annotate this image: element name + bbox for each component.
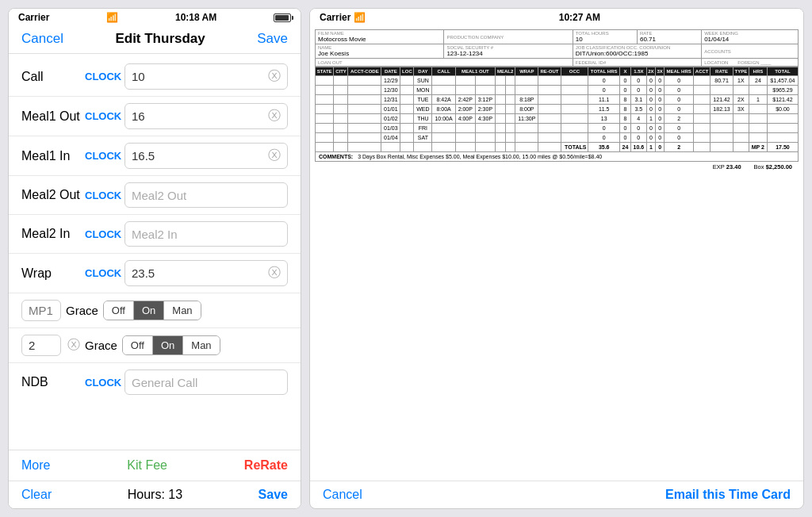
tc-footer: Cancel Email this Time Card xyxy=(310,481,803,508)
ndb-label: NDB xyxy=(21,375,85,389)
bottom-save-button[interactable]: Save xyxy=(259,488,288,502)
meal2out-input[interactable]: Meal2 Out xyxy=(124,182,288,208)
meal1in-clock-button[interactable]: CLOCK xyxy=(85,150,124,162)
mp2-grace-label: Grace xyxy=(85,339,117,352)
col-meal1: MEAL1 OUT xyxy=(455,67,495,76)
film-name: Motocross Movie xyxy=(318,36,441,43)
mp1-input[interactable] xyxy=(21,300,61,321)
col-state: STATE xyxy=(316,67,334,76)
mp2-off-button[interactable]: Off xyxy=(123,336,153,354)
meal1in-label: Meal1 In xyxy=(21,149,85,163)
mp1-man-button[interactable]: Man xyxy=(164,301,200,320)
ndb-input[interactable]: General Call xyxy=(124,370,288,395)
mp1-on-button[interactable]: On xyxy=(134,301,164,320)
status-time: 10:18 AM xyxy=(175,12,216,23)
rerate-button[interactable]: ReRate xyxy=(244,458,288,473)
wrap-row: Wrap CLOCK 23.5 ⓧ xyxy=(9,254,301,293)
meal1in-clear-icon[interactable]: ⓧ xyxy=(268,147,281,164)
carrier-label: Carrier xyxy=(18,12,49,23)
meal2out-clock-button[interactable]: CLOCK xyxy=(85,190,124,201)
call-value: 10 xyxy=(132,70,145,83)
meal2out-label: Meal2 Out xyxy=(21,188,85,202)
email-timecard-button[interactable]: Email this Time Card xyxy=(665,488,791,502)
meal2in-placeholder: Meal2 In xyxy=(132,228,178,241)
mp2-clear-icon[interactable]: ⓧ xyxy=(67,337,80,354)
table-row: 01/02THU 10:00A4:00P4:30P11:30P 1384102 xyxy=(316,114,799,124)
battery-icon xyxy=(274,13,291,22)
clear-button[interactable]: Clear xyxy=(21,488,52,502)
meal1in-input[interactable]: 16.5 ⓧ xyxy=(124,143,288,169)
meal2in-label: Meal2 In xyxy=(21,227,85,241)
mp1-off-button[interactable]: Off xyxy=(104,301,134,320)
meal1out-input[interactable]: 16 ⓧ xyxy=(124,103,288,129)
page-title: Edit Thursday xyxy=(115,31,205,47)
meal2in-clock-button[interactable]: CLOCK xyxy=(85,228,124,240)
kit-fee-button[interactable]: Kit Fee xyxy=(127,458,167,473)
col-wrap: WRAP xyxy=(515,67,538,76)
day-cell: SUN xyxy=(414,76,432,86)
col-loc: LOC xyxy=(400,67,414,76)
meal2in-input[interactable]: Meal2 In xyxy=(124,221,288,247)
right-status-bar: Carrier 📶 10:27 AM xyxy=(310,9,803,26)
wrap-clear-icon[interactable]: ⓧ xyxy=(268,265,281,281)
comments-label: COMMENTS: xyxy=(319,154,353,159)
job-class: DIT/Union:600/OCC:1985 xyxy=(576,50,699,57)
mp2-on-button[interactable]: On xyxy=(153,336,183,354)
hours-value: 13 xyxy=(168,488,182,501)
col-hrs: HRS xyxy=(749,67,767,76)
save-button[interactable]: Save xyxy=(257,31,288,47)
mp1-seg-control: Off On Man xyxy=(103,301,201,320)
rate: 60.71 xyxy=(640,36,699,43)
col-acct2: ACCT xyxy=(694,67,710,76)
comments-text: 3 Days Box Rental, Misc Expenses $5.00, … xyxy=(358,154,602,159)
meal2out-placeholder: Meal2 Out xyxy=(132,189,186,202)
wrap-label: Wrap xyxy=(21,266,85,281)
mp2-input[interactable] xyxy=(21,335,61,356)
wrap-value: 23.5 xyxy=(132,266,155,280)
meal1out-clear-icon[interactable]: ⓧ xyxy=(268,108,281,124)
tc-header-table: FILM NAME Motocross Movie PRODUCTION COM… xyxy=(315,29,799,67)
ndb-row: NDB CLOCK General Call xyxy=(9,363,301,401)
totals-row: TOTALS 35.62410.6102 MP 217.50 xyxy=(316,143,799,152)
tc-cancel-button[interactable]: Cancel xyxy=(323,488,362,502)
meal1out-clock-button[interactable]: CLOCK xyxy=(85,110,124,122)
col-15x: 1.5X xyxy=(630,67,646,76)
more-button[interactable]: More xyxy=(21,458,50,473)
meal1out-label: Meal1 Out xyxy=(21,109,85,124)
footer-row: More Kit Fee ReRate xyxy=(9,450,301,481)
timecard-content: FILM NAME Motocross Movie PRODUCTION COM… xyxy=(310,26,803,481)
call-row: Call CLOCK 10 ⓧ xyxy=(9,57,301,97)
ssn: 123-12-1234 xyxy=(446,50,569,57)
ndb-clock-button[interactable]: CLOCK xyxy=(85,377,124,389)
call-clock-button[interactable]: CLOCK xyxy=(85,71,124,82)
wrap-clock-button[interactable]: CLOCK xyxy=(85,267,124,279)
call-input[interactable]: 10 ⓧ xyxy=(124,63,288,90)
col-mealhrs: MEAL HRS xyxy=(665,67,694,76)
right-iphone-panel: Carrier 📶 10:27 AM FILM NAME Motocross M… xyxy=(309,8,804,509)
mp1-grace-label: Grace xyxy=(66,304,98,317)
exp-label: EXP 23.40 xyxy=(713,163,741,170)
mp2-seg-control: Off On Man xyxy=(122,335,220,355)
call-label: Call xyxy=(21,70,85,84)
mp1-row: Grace Off On Man xyxy=(9,293,301,328)
col-total: TOTAL xyxy=(767,67,798,76)
hours-label: Hours: xyxy=(128,488,165,501)
date-cell: 12/29 xyxy=(381,76,400,86)
col-x: X xyxy=(619,67,630,76)
col-acct: ACCT-CODE xyxy=(348,67,381,76)
table-row: 01/03FRI 000000 xyxy=(316,124,799,133)
mp2-man-button[interactable]: Man xyxy=(183,336,219,354)
col-3x: 3X xyxy=(656,67,665,76)
wrap-input[interactable]: 23.5 ⓧ xyxy=(124,260,288,286)
call-clear-icon[interactable]: ⓧ xyxy=(268,68,281,85)
hours-display: Hours: 13 xyxy=(128,488,182,502)
comments-section: COMMENTS: 3 Days Box Rental, Misc Expens… xyxy=(315,152,799,162)
week-ending: 01/04/14 xyxy=(704,36,795,43)
col-type: TYPE xyxy=(733,67,749,76)
col-day: DAY xyxy=(414,67,432,76)
box-label: Box $2,250.00 xyxy=(754,163,792,170)
col-rate: RATE xyxy=(710,67,733,76)
cancel-button[interactable]: Cancel xyxy=(21,31,63,47)
col-meal2: MEAL2 xyxy=(495,67,515,76)
right-carrier-label: Carrier 📶 xyxy=(320,12,366,23)
